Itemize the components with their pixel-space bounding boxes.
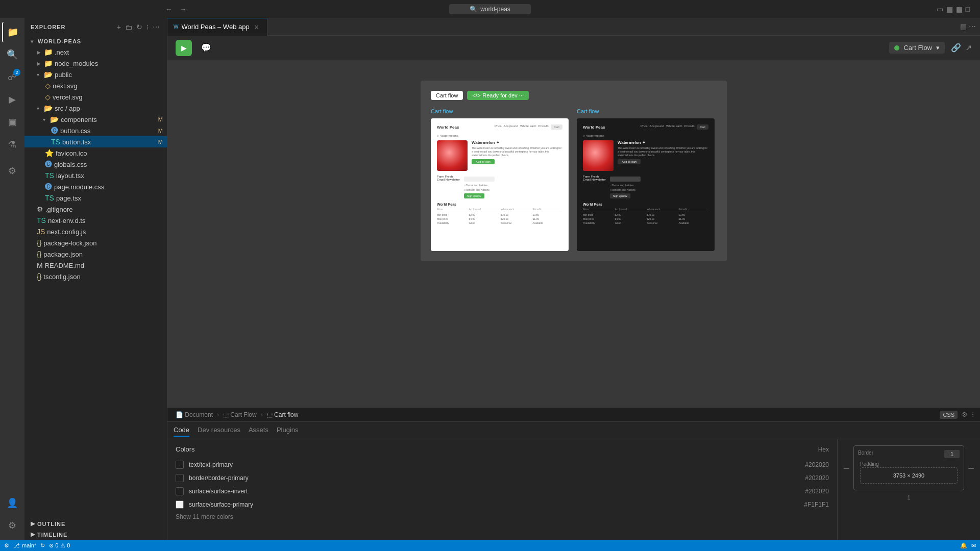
tree-item-src-app[interactable]: ▾ 📂 src / app bbox=[24, 103, 167, 114]
tree-label: page.module.css bbox=[54, 183, 104, 191]
figma-play-button[interactable]: ▶ bbox=[176, 40, 192, 56]
split-editor-tab-button[interactable]: ▦ bbox=[960, 22, 967, 31]
mockup-product-desc-dark: This watermelon is incredibly sweet and … bbox=[618, 146, 708, 157]
breadcrumb-document[interactable]: 📄 Document bbox=[174, 410, 215, 419]
tree-item-button-tsx[interactable]: TS button.tsx M bbox=[24, 136, 167, 147]
bottom-breadcrumb-actions[interactable]: CSS ⚙ ⁝ bbox=[940, 411, 974, 419]
tree-item-next-env[interactable]: TS next-env.d.ts bbox=[24, 215, 167, 226]
figma-comment-button[interactable]: 💬 bbox=[198, 40, 214, 56]
feedback-icon[interactable]: ✉ bbox=[971, 542, 976, 549]
tree-label: package-lock.json bbox=[43, 239, 96, 247]
panel-toggle-button[interactable]: ▦ bbox=[956, 5, 963, 13]
figma-link-button[interactable]: 🔗 bbox=[951, 43, 961, 53]
content-area: W World Peas – Web app × ▦ ⋯ ▶ 💬 Cart Fl… bbox=[167, 18, 980, 540]
navigation-buttons[interactable]: ← → bbox=[163, 4, 189, 14]
status-right: 🔔 ✉ bbox=[960, 542, 976, 549]
explorer-icon[interactable]: 📁 bbox=[2, 22, 22, 42]
extensions-icon[interactable]: ▣ bbox=[2, 112, 22, 132]
mockup-table-row2-light: Max price$4.00$20.00$1.00 bbox=[437, 217, 562, 220]
tab-actions[interactable]: ▦ ⋯ bbox=[960, 22, 980, 31]
breadcrumb-cart-flow-item[interactable]: ⬚ Cart flow bbox=[265, 410, 301, 419]
preview-area[interactable]: Cart flow </> Ready for dev ··· Cart flo… bbox=[167, 60, 980, 407]
maximize-button[interactable]: □ bbox=[966, 5, 970, 13]
tree-item-tsconfig[interactable]: {} tsconfig.json bbox=[24, 271, 167, 282]
tree-item-page-tsx[interactable]: TS page.tsx bbox=[24, 192, 167, 204]
timeline-section[interactable]: ▶ TIMELINE bbox=[24, 529, 167, 540]
bottom-tabs: Code Dev resources Assets Plugins bbox=[167, 422, 980, 439]
layout-buttons[interactable]: ▭ ▤ ▦ □ bbox=[937, 5, 970, 13]
tree-item-favicon[interactable]: ⭐ favicon.ico bbox=[24, 147, 167, 159]
more-tab-actions-button[interactable]: ⋯ bbox=[969, 22, 976, 31]
figma-right-actions[interactable]: 🔗 ↗ bbox=[951, 43, 972, 53]
source-control-icon[interactable]: ☍ 2 bbox=[2, 67, 22, 87]
tree-item-public[interactable]: ▾ 📂 public bbox=[24, 69, 167, 80]
search-activity-icon[interactable]: 🔍 bbox=[2, 44, 22, 65]
sidebar-header-actions[interactable]: + 🗀 ↻ ⁝ ⋯ bbox=[116, 22, 161, 32]
refresh-button[interactable]: ↻ bbox=[135, 22, 143, 32]
tree-item-page-module-css[interactable]: 🅒 page.module.css bbox=[24, 181, 167, 192]
tree-item-node-modules[interactable]: ▶ 📁 node_modules bbox=[24, 58, 167, 69]
js-file-icon: JS bbox=[37, 228, 45, 236]
tree-item-vercel-svg[interactable]: ◇ vercel.svg bbox=[24, 91, 167, 103]
tree-item-layout-tsx[interactable]: TS layout.tsx bbox=[24, 170, 167, 181]
remote-icon[interactable]: ⚙ bbox=[2, 161, 22, 181]
mockup-form-rows-dark: □ Terms and Policies □ consent and Notio… bbox=[610, 184, 708, 191]
split-editor-button[interactable]: ▭ bbox=[937, 5, 943, 13]
tree-item-next-svg[interactable]: ◇ next.svg bbox=[24, 80, 167, 91]
outline-section[interactable]: ▶ OUTLINE bbox=[24, 518, 167, 529]
branch-status[interactable]: ⎇ main* bbox=[13, 542, 36, 549]
timeline-label: TIMELINE bbox=[37, 532, 67, 538]
accounts-icon[interactable]: 👤 bbox=[2, 493, 22, 513]
padding-label: Padding bbox=[860, 461, 879, 467]
breadcrumb-cart-flow[interactable]: ⬚ Cart Flow bbox=[221, 410, 259, 419]
tree-item-package-json[interactable]: {} package.json bbox=[24, 248, 167, 260]
nav-forward-button[interactable]: → bbox=[178, 4, 189, 14]
outline-label: OUTLINE bbox=[37, 521, 65, 527]
tree-item-button-css[interactable]: 🅒 button.css M bbox=[24, 125, 167, 136]
tree-item-readme[interactable]: M README.md bbox=[24, 260, 167, 271]
tree-item-components[interactable]: ▾ 📂 components M bbox=[24, 114, 167, 125]
folder-open-icon: 📂 bbox=[50, 115, 59, 123]
search-bar[interactable]: 🔍 world-peas bbox=[449, 4, 531, 14]
tree-item-globals-css[interactable]: 🅒 globals.css bbox=[24, 159, 167, 170]
color-hex-text-primary: #202020 bbox=[805, 461, 829, 468]
tab-plugins[interactable]: Plugins bbox=[277, 424, 299, 437]
tree-item-package-lock[interactable]: {} package-lock.json bbox=[24, 237, 167, 248]
figma-flow-selector[interactable]: Cart Flow ▾ bbox=[889, 42, 945, 54]
run-debug-icon[interactable]: ▶ bbox=[2, 89, 22, 110]
layout-toggle-button[interactable]: ▤ bbox=[946, 5, 953, 13]
figma-open-button[interactable]: ↗ bbox=[965, 43, 972, 53]
more-actions-button[interactable]: ⋯ bbox=[152, 22, 161, 32]
collapse-all-button[interactable]: ⁝ bbox=[145, 22, 150, 32]
tree-label: globals.css bbox=[54, 161, 87, 168]
world-peas-root[interactable]: ▾ WORLD-PEAS bbox=[24, 36, 167, 46]
new-file-button[interactable]: + bbox=[116, 22, 122, 32]
mockup-table-row3-light: AvailabilityGoodSeasonalAvailable bbox=[437, 221, 562, 224]
tree-label: tsconfig.json bbox=[43, 273, 80, 281]
color-row-surface-primary: surface/surface-primary #F1F1F1 bbox=[176, 498, 829, 511]
mockup-product-desc-light: This watermelon is incredibly sweet and … bbox=[472, 146, 562, 157]
settings-icon-btn[interactable]: ⚙ bbox=[962, 411, 968, 419]
testing-icon[interactable]: ⚗ bbox=[2, 134, 22, 155]
tab-dev-resources[interactable]: Dev resources bbox=[198, 424, 240, 437]
nav-back-button[interactable]: ← bbox=[163, 4, 175, 14]
settings-icon[interactable]: ⚙ bbox=[2, 515, 22, 536]
mockup-table-header-dark: PriceAcc/poundWhole eachPrice/lb bbox=[583, 208, 708, 212]
tree-item-gitignore[interactable]: ⚙ .gitignore bbox=[24, 204, 167, 215]
errors-status[interactable]: ⊗ 0 ⚠ 0 bbox=[49, 542, 70, 549]
arrow-icon: ▶ bbox=[37, 61, 42, 66]
mockup-nav-light: PriceAcc/poundWhole eachPrice/lb Cart bbox=[495, 124, 562, 130]
tab-close-button[interactable]: × bbox=[253, 23, 261, 31]
show-more-colors[interactable]: Show 11 more colors bbox=[176, 511, 829, 522]
tab-code[interactable]: Code bbox=[174, 424, 189, 437]
notifications-icon[interactable]: 🔔 bbox=[960, 542, 967, 549]
tab-assets[interactable]: Assets bbox=[249, 424, 268, 437]
tree-item-next[interactable]: ▶ 📁 .next bbox=[24, 46, 167, 58]
sync-status[interactable]: ↻ bbox=[40, 542, 45, 549]
new-folder-button[interactable]: 🗀 bbox=[124, 22, 133, 32]
remote-status[interactable]: ⚙ bbox=[4, 542, 9, 549]
tree-item-next-config[interactable]: JS next.config.js bbox=[24, 226, 167, 237]
tab-world-peas-web-app[interactable]: W World Peas – Web app × bbox=[167, 18, 267, 36]
close-panel-btn[interactable]: ⁝ bbox=[972, 411, 974, 419]
color-swatch-surface-primary bbox=[176, 500, 184, 509]
